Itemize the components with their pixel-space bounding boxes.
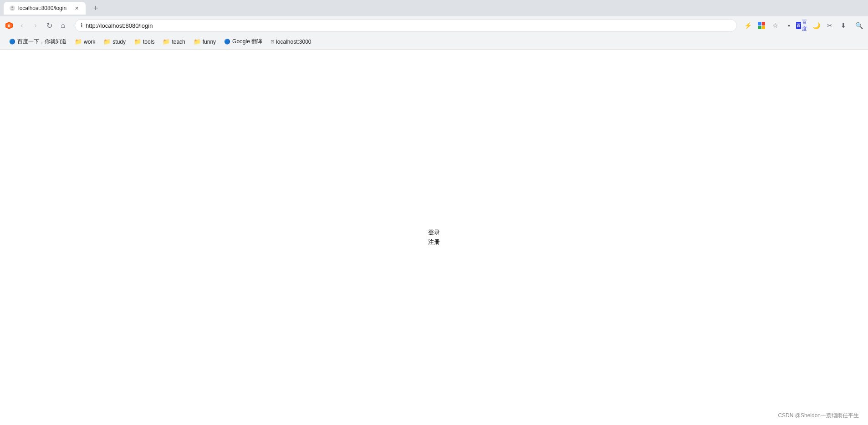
bookmark-icon[interactable]: ☆ [770,20,781,31]
new-tab-button[interactable]: + [89,2,102,15]
bookmark-label: funny [203,39,216,45]
bookmark-label: 百度一下，你就知道 [17,38,66,46]
login-area: 登录 注册 [428,228,440,247]
bookmark-label: tools [143,39,154,45]
bookmark-label: study [112,39,126,45]
svg-text:B: B [8,24,10,27]
folder-icon: 📁 [194,38,201,45]
page-content: 登录 注册 [0,50,868,425]
bookmark-label: Google 翻译 [232,38,262,46]
security-icon: ℹ [81,22,83,29]
bookmark-teach[interactable]: 📁 teach [159,37,189,46]
address-bar[interactable]: ℹ http://localhost:8080/login [75,19,737,32]
folder-icon: 📁 [103,38,111,45]
search-button[interactable]: 🔍 [853,20,864,31]
reload-button[interactable]: ↻ [43,19,56,32]
bookmark-google-translate[interactable]: 🔵 Google 翻译 [220,36,266,47]
bookmark-baidu[interactable]: 🔵 百度一下，你就知道 [5,36,70,47]
bookmark-funny[interactable]: 📁 funny [190,37,220,46]
tab-bar: localhost:8080/login ✕ + [0,0,868,16]
baidu-extension[interactable]: 百 百度 [797,20,808,31]
bookmark-localhost-3000[interactable]: ⊡ localhost:3000 [267,37,315,46]
bookmark-label: work [84,39,95,45]
bookmark-label: teach [172,39,185,45]
toolbar-right: ⚡ ☆ ▾ 百 百度 🌙 ✂ ⬇ [742,20,864,31]
screenshot-icon[interactable]: ✂ [824,20,835,31]
register-link[interactable]: 注册 [428,238,440,247]
home-button[interactable]: ⌂ [56,19,69,32]
folder-icon: 📁 [75,38,82,45]
bookmarks-bar: 🔵 百度一下，你就知道 📁 work 📁 study 📁 tools 📁 tea… [0,35,868,49]
active-tab[interactable]: localhost:8080/login ✕ [4,2,86,15]
tab-title: localhost:8080/login [18,5,70,11]
forward-button[interactable]: › [29,19,42,32]
browser-menu-button[interactable]: B [4,20,15,31]
baidu-bookmark-icon: 🔵 [9,39,15,45]
bookmark-dropdown[interactable]: ▾ [783,20,794,31]
back-button[interactable]: ‹ [15,19,28,32]
page-footer: CSDN @Sheldon一蓑烟雨任平生 [778,412,859,420]
baidu-label: 百度 [802,19,809,32]
localhost-icon: ⊡ [271,39,274,44]
svg-point-1 [11,6,13,8]
apps-icon[interactable] [756,20,767,31]
login-link[interactable]: 登录 [428,228,440,238]
tab-favicon [9,5,15,11]
bookmark-study[interactable]: 📁 study [100,37,129,46]
browser-chrome: localhost:8080/login ✕ + B ‹ › ↻ ⌂ ℹ htt… [0,0,868,50]
baidu-icon: 百 [796,22,801,29]
folder-icon: 📁 [163,38,170,45]
translate-icon: 🔵 [224,39,230,45]
shields-icon[interactable]: ⚡ [742,20,753,31]
tab-close-button[interactable]: ✕ [73,5,80,12]
bookmark-work[interactable]: 📁 work [71,37,99,46]
folder-icon: 📁 [134,38,141,45]
nav-bar: B ‹ › ↻ ⌂ ℹ http://localhost:8080/login … [0,16,868,35]
url-text: http://localhost:8080/login [86,22,731,29]
bookmark-tools[interactable]: 📁 tools [130,37,158,46]
download-icon[interactable]: ⬇ [838,20,849,31]
footer-text: CSDN @Sheldon一蓑烟雨任平生 [778,412,859,419]
dark-mode-icon[interactable]: 🌙 [811,20,822,31]
bookmark-label: localhost:3000 [276,39,311,45]
